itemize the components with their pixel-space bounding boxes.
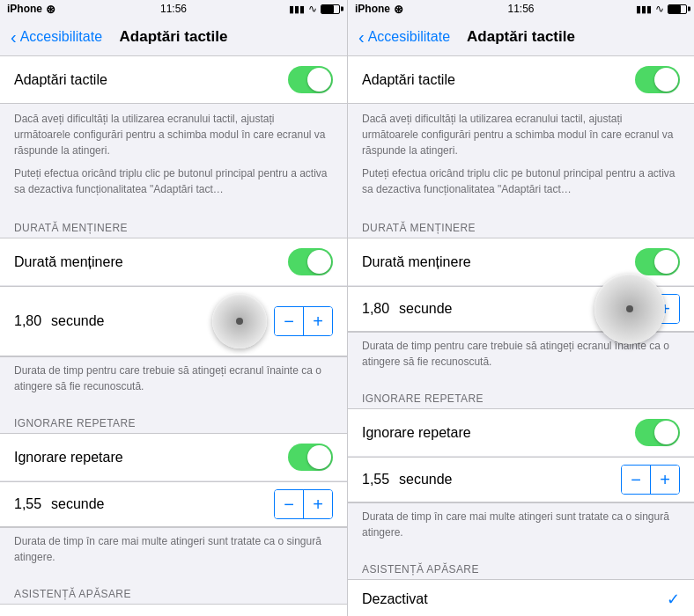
toggle-switch[interactable] [635,419,680,446]
carrier-label: iPhone ⊛ [7,3,55,16]
row-label: Ignorare repetare [362,425,635,441]
value-unit: secunde [51,313,212,329]
back-chevron-icon: ‹ [358,28,365,46]
toggle-switch[interactable] [288,248,333,275]
section-header-2: ASISTENȚĂ APĂSARE [0,574,347,604]
page-title: Adaptări tactile [120,28,228,46]
nav-bar: ‹ Accesibilitate Adaptări tactile [348,18,694,56]
section-0: Durată menținere 1,80 secunde − + [348,238,694,333]
time-label: 11:56 [160,3,187,15]
circle-dot [236,318,243,325]
section-header-2: ASISTENȚĂ APĂSARE [348,549,694,579]
row-label: Dezactivat [362,591,667,607]
section-0: Durată menținere 1,80 secunde − + [0,238,347,357]
toggle-switch[interactable] [635,248,680,275]
section-1: Ignorare repetare 1,55 secunde − + [348,408,694,503]
section-1: Ignorare repetare 1,55 secunde − + [0,433,347,528]
main-toggle-row: Adaptări tactile [348,56,694,103]
toggle-row-1-0: Ignorare repetare [348,409,694,457]
carrier-label: iPhone ⊛ [355,3,403,16]
stepper-row-1-1: 1,55 secunde − + [348,457,694,502]
section-description-1: Durata de timp în care mai multe atinger… [0,528,347,574]
section-header-1: IGNORARE REPETARE [0,403,347,433]
value-number: 1,80 [14,313,49,329]
phone-panel-right: iPhone ⊛ 11:56 ▮▮▮ ∿ ‹ Accesibilitate Ad… [347,0,694,616]
main-toggle-row: Adaptări tactile [0,56,347,103]
status-right: ▮▮▮ ∿ [636,3,687,15]
value-unit: secunde [399,301,621,317]
section-header-0: DURATĂ MENȚINERE [0,208,347,238]
row-label: Durată menținere [362,254,635,270]
stepper-control: − + [274,489,333,519]
main-toggle[interactable] [288,66,333,93]
stepper-minus-button[interactable]: − [275,490,303,518]
stepper-plus-button[interactable]: + [304,307,332,335]
section-2: Dezactivat ✓ Utilizați poziția Apăsare i… [0,604,347,616]
back-button[interactable]: ‹ Accesibilitate [11,28,102,46]
stepper-plus-button[interactable]: + [304,490,332,518]
back-label: Accesibilitate [20,29,102,45]
circle-slider[interactable] [212,294,267,348]
battery-icon [321,4,340,14]
toggle-knob [654,68,678,92]
wifi-icon: ∿ [655,3,664,15]
toggle-knob [307,250,331,274]
status-bar: iPhone ⊛ 11:56 ▮▮▮ ∿ [348,0,694,18]
section-header-0: DURATĂ MENȚINERE [348,208,694,238]
main-description: Dacă aveți dificultăți la utilizarea ecr… [0,104,347,208]
circle-slider[interactable] [594,274,665,344]
time-label: 11:56 [507,3,534,15]
stepper-row-1-1: 1,55 secunde − + [0,481,347,527]
content-area: Adaptări tactile Dacă aveți dificultăți … [0,56,347,616]
main-toggle[interactable] [635,66,680,93]
section-header-1: IGNORARE REPETARE [348,378,694,408]
toggle-knob [654,421,678,444]
toggle-switch[interactable] [288,444,333,471]
section-2: Dezactivat ✓ Utilizați poziția Apăsare i… [348,579,694,616]
value-number: 1,80 [362,301,397,317]
stepper-plus-button[interactable]: + [651,466,679,494]
section-description-0: Durata de timp pentru care trebuie să at… [0,357,347,403]
nav-bar: ‹ Accesibilitate Adaptări tactile [0,18,347,56]
value-number: 1,55 [14,496,49,512]
section-description-1: Durata de timp în care mai multe atinger… [348,503,694,549]
row-label: Durată menținere [14,254,288,270]
phone-panel-left: iPhone ⊛ 11:56 ▮▮▮ ∿ ‹ Accesibilitate Ad… [0,0,347,616]
circle-dot [626,305,633,312]
stepper-minus-button[interactable]: − [622,466,650,494]
toggle-row-1-0: Ignorare repetare [0,434,347,481]
stepper-minus-button[interactable]: − [275,307,303,335]
back-label: Accesibilitate [368,29,450,45]
main-description: Dacă aveți dificultăți la utilizarea ecr… [348,104,694,208]
stepper-control: − + [274,306,333,336]
main-toggle-label: Adaptări tactile [14,72,288,88]
content-area: Adaptări tactile Dacă aveți dificultăți … [348,56,694,616]
wifi-icon: ∿ [308,3,317,15]
checkmark-icon: ✓ [667,590,680,609]
row-label: Ignorare repetare [14,450,288,466]
toggle-row-0-0: Durată menținere [0,238,347,286]
back-chevron-icon: ‹ [11,28,17,46]
value-unit: secunde [399,472,621,488]
stepper-row-0-1: 1,80 secunde − + [0,286,347,356]
signal-icon: ▮▮▮ [289,4,305,15]
main-toggle-label: Adaptări tactile [362,72,635,88]
check-row-2-0[interactable]: Dezactivat ✓ [348,580,694,616]
page-title: Adaptări tactile [467,28,575,46]
signal-icon: ▮▮▮ [636,4,652,15]
status-right: ▮▮▮ ∿ [289,3,340,15]
value-unit: secunde [51,496,274,512]
battery-icon [668,4,687,14]
status-bar: iPhone ⊛ 11:56 ▮▮▮ ∿ [0,0,347,18]
back-button[interactable]: ‹ Accesibilitate [358,28,450,46]
toggle-knob [654,250,678,274]
toggle-knob [307,68,331,92]
value-number: 1,55 [362,472,397,488]
stepper-control: − + [621,465,680,495]
stepper-row-0-1: 1,80 secunde − + [348,286,694,332]
toggle-knob [307,445,331,469]
check-row-2-0[interactable]: Dezactivat ✓ [0,605,347,616]
